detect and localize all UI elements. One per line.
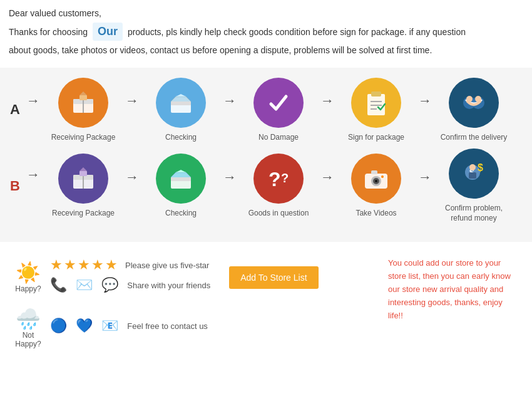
svg-point-30 <box>381 175 384 178</box>
row-a-label: A <box>6 102 24 118</box>
five-star-row: ★★★★★ Please give us five-star <box>50 257 210 273</box>
svg-rect-29 <box>371 170 377 174</box>
brand-label: Our <box>93 23 123 41</box>
happy-actions: ★★★★★ Please give us five-star 📞 ✉️ 💬 Sh… <box>50 257 210 297</box>
arrow-start-a: → <box>26 93 40 109</box>
flow-items-a: Receiving Package → Checking → <box>43 78 526 143</box>
arrow-start-b: → <box>26 167 40 183</box>
arrow-a-3: → <box>320 93 334 109</box>
caption-a-3: Sign for package <box>348 133 404 143</box>
question-icon: ? ? <box>263 164 294 194</box>
caption-b-0: Receving Package <box>52 209 115 219</box>
svg-text:$: $ <box>478 162 483 173</box>
five-star-text: Please give us five-star <box>125 261 210 270</box>
share-text: Share with your friends <box>127 281 210 290</box>
flow-item-b-0: Receving Package <box>43 154 124 219</box>
circle-b-2: ? ? <box>253 154 304 204</box>
caption-a-1: Checking <box>165 133 197 143</box>
circle-a-3 <box>351 78 401 128</box>
svg-text:?: ? <box>269 168 281 190</box>
contact-row: 🔵 💙 📧 Feel free to contact us <box>50 318 208 334</box>
svg-point-34 <box>469 164 476 170</box>
arrow-a-1: → <box>125 93 139 109</box>
intro-line3: about goods, take photos or videos, cont… <box>9 43 523 57</box>
circle-a-1 <box>156 78 206 128</box>
svg-rect-35 <box>469 172 476 179</box>
svg-point-28 <box>375 180 377 182</box>
caption-b-2: Goods in question <box>248 209 309 219</box>
circle-b-3 <box>351 154 401 204</box>
flow-item-a-4: Confirm the delivery <box>433 78 514 143</box>
clipboard-icon <box>361 88 391 118</box>
arrow-b-2: → <box>223 169 237 185</box>
package-b-icon <box>68 164 98 194</box>
cloud-icon: 🌧️ <box>16 307 41 331</box>
contact-icons: 🔵 💙 📧 <box>50 318 121 334</box>
add-store-button[interactable]: Add To Store List <box>229 266 318 289</box>
arrow-a-2: → <box>223 93 237 109</box>
circle-a-4 <box>449 78 499 128</box>
contact-text: Feel free to contact us <box>127 321 208 331</box>
intro-line1: Dear valued customers, <box>9 6 523 20</box>
flow-item-a-3: Sign for package <box>335 78 417 143</box>
flow-row-a: A → Receiving Package → <box>6 78 526 143</box>
refund-icon: $ $ <box>459 159 489 189</box>
flow-item-a-2: No Damage <box>238 78 319 143</box>
circle-b-4: $ $ <box>449 148 499 199</box>
flow-items-b: Receving Package → Checking → <box>43 148 526 223</box>
arrow-b-4: → <box>418 169 432 185</box>
circle-a-0 <box>58 78 108 128</box>
caption-b-4: Confirm problem,refund money <box>445 204 503 223</box>
flow-item-a-1: Checking <box>140 78 222 143</box>
caption-a-0: Receiving Package <box>51 133 116 143</box>
svg-marker-20 <box>79 167 87 171</box>
promo-text: You could add our store to your store li… <box>382 257 519 358</box>
flow-diagram: A → Receiving Package → <box>0 68 532 242</box>
caption-b-3: Take Videos <box>356 209 396 219</box>
flow-item-b-1: Checking <box>140 154 222 219</box>
nothappy-label: Not Happy? <box>13 331 44 348</box>
svg-text:?: ? <box>281 171 289 185</box>
caption-b-1: Checking <box>165 209 197 219</box>
svg-rect-22 <box>171 177 191 181</box>
circle-b-1 <box>156 154 206 204</box>
circle-b-0 <box>58 154 108 204</box>
intro-pre: Thanks for choosing <box>9 27 88 37</box>
intro-section: Dear valued customers, Thanks for choosi… <box>0 0 532 65</box>
bottom-left: ☀️ Happy? ★★★★★ Please give us five-star… <box>13 257 369 358</box>
happy-label: Happy? <box>13 284 44 293</box>
package-icon <box>68 88 98 118</box>
caption-a-2: No Damage <box>258 133 299 143</box>
svg-rect-6 <box>171 102 191 105</box>
open-box-icon <box>166 88 196 118</box>
intro-line2: Thanks for choosing Our products, pls ki… <box>9 23 523 41</box>
svg-marker-4 <box>79 91 87 95</box>
row-b-label: B <box>6 178 24 194</box>
arrow-a-4: → <box>418 93 432 109</box>
checkmark-icon <box>263 88 294 118</box>
circle-a-2 <box>253 78 304 128</box>
flow-item-b-4: $ $ Confirm problem,refund money <box>433 148 514 223</box>
svg-rect-19 <box>79 171 87 176</box>
flow-row-b: B → Receving Package → <box>6 148 526 223</box>
add-store-area: Add To Store List <box>229 261 318 293</box>
star-icons: ★★★★★ <box>50 257 119 273</box>
svg-rect-8 <box>371 91 381 96</box>
share-row: 📞 ✉️ 💬 Share with your friends <box>50 277 210 293</box>
bottom-section: ☀️ Happy? ★★★★★ Please give us five-star… <box>0 244 532 365</box>
intro-post: products, pls kindly help check goods co… <box>128 27 466 37</box>
arrow-b-1: → <box>125 169 139 185</box>
svg-rect-3 <box>79 95 87 100</box>
nothappy-row: 🌧️ Not Happy? 🔵 💙 📧 Feel free to contact… <box>13 307 369 348</box>
sun-icon: ☀️ <box>16 261 41 284</box>
flow-item-a-0: Receiving Package <box>43 78 124 143</box>
promo-content: You could add our store to your store li… <box>388 258 511 320</box>
flow-item-b-2: ? ? Goods in question <box>238 154 319 219</box>
flow-item-b-3: Take Videos <box>335 154 417 219</box>
camera-icon <box>361 164 391 194</box>
handshake-icon <box>459 88 489 118</box>
arrow-b-3: → <box>320 169 334 185</box>
happy-row: ☀️ Happy? ★★★★★ Please give us five-star… <box>13 257 369 297</box>
share-icons: 📞 ✉️ 💬 <box>50 277 121 293</box>
nothappy-actions: 🔵 💙 📧 Feel free to contact us <box>50 318 208 338</box>
